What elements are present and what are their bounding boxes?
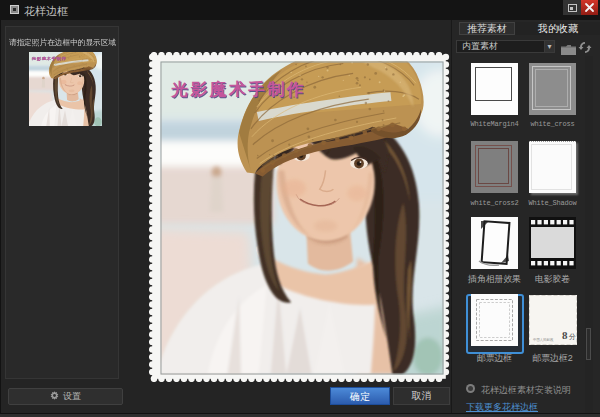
svg-text:中国人民邮政: 中国人民邮政 (533, 337, 554, 342)
svg-text:8: 8 (562, 329, 568, 341)
svg-text:分: 分 (568, 333, 576, 341)
